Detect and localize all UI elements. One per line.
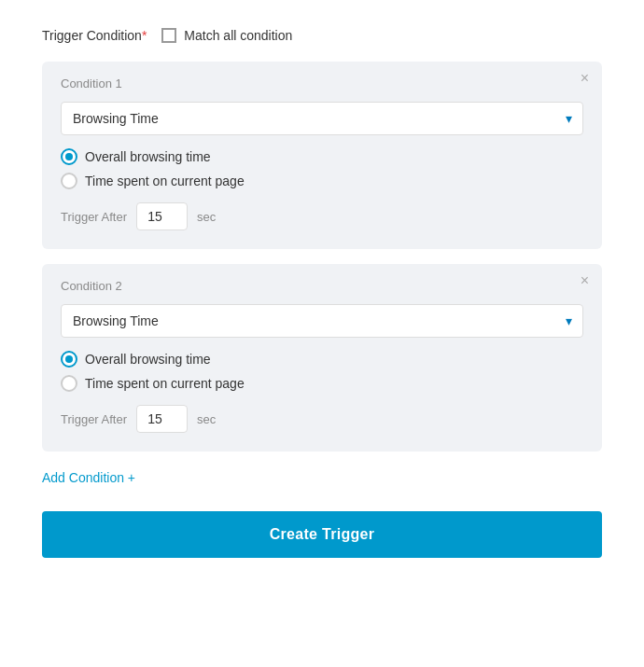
radio-item-1-2[interactable]: Time spent on current page (61, 173, 583, 189)
page-wrapper: Trigger Condition* Match all condition ×… (42, 28, 602, 558)
radio-label-1-2: Time spent on current page (85, 174, 245, 188)
trigger-after-input-1[interactable] (136, 202, 188, 230)
condition-select-wrapper-2: Browsing TimeURLScroll DepthExit Intent … (61, 304, 583, 338)
condition-close-2[interactable]: × (581, 273, 589, 288)
match-all-checkbox[interactable] (161, 28, 176, 43)
radio-label-1-1: Overall browsing time (85, 149, 211, 164)
trigger-condition-label: Trigger Condition* (42, 28, 147, 43)
trigger-after-unit-1: sec (197, 210, 216, 224)
condition-close-1[interactable]: × (581, 71, 589, 86)
condition-card-2: × Condition 2 Browsing TimeURLScroll Dep… (42, 264, 602, 452)
radio-group-1: Overall browsing time Time spent on curr… (61, 148, 583, 189)
radio-input-1-2[interactable] (61, 173, 77, 189)
radio-input-1-1[interactable] (61, 148, 77, 165)
radio-item-2-1[interactable]: Overall browsing time (61, 351, 583, 368)
condition-select-wrapper-1: Browsing TimeURLScroll DepthExit Intent … (61, 102, 583, 135)
trigger-after-row-2: Trigger After sec (61, 405, 583, 433)
condition-select-1[interactable]: Browsing TimeURLScroll DepthExit Intent (61, 102, 583, 135)
radio-label-2-2: Time spent on current page (85, 376, 245, 391)
condition-title-1: Condition 1 (61, 76, 583, 90)
trigger-after-label-1: Trigger After (61, 210, 127, 224)
create-trigger-button[interactable]: Create Trigger (42, 511, 602, 558)
radio-input-2-1[interactable] (61, 351, 77, 368)
match-all-label: Match all condition (184, 28, 292, 43)
radio-item-2-2[interactable]: Time spent on current page (61, 375, 583, 392)
trigger-condition-row: Trigger Condition* Match all condition (42, 28, 602, 43)
add-condition-button[interactable]: Add Condition + (42, 466, 135, 489)
trigger-after-unit-2: sec (197, 412, 216, 426)
radio-group-2: Overall browsing time Time spent on curr… (61, 351, 583, 392)
radio-item-1-1[interactable]: Overall browsing time (61, 148, 583, 165)
condition-card-1: × Condition 1 Browsing TimeURLScroll Dep… (42, 62, 602, 249)
condition-select-2[interactable]: Browsing TimeURLScroll DepthExit Intent (61, 304, 583, 338)
trigger-after-label-2: Trigger After (61, 412, 127, 426)
radio-input-2-2[interactable] (61, 375, 77, 392)
match-all-row: Match all condition (161, 28, 292, 43)
trigger-after-row-1: Trigger After sec (61, 202, 583, 230)
radio-label-2-1: Overall browsing time (85, 352, 211, 367)
trigger-after-input-2[interactable] (136, 405, 188, 433)
condition-title-2: Condition 2 (61, 279, 583, 293)
conditions-container: × Condition 1 Browsing TimeURLScroll Dep… (42, 62, 602, 452)
